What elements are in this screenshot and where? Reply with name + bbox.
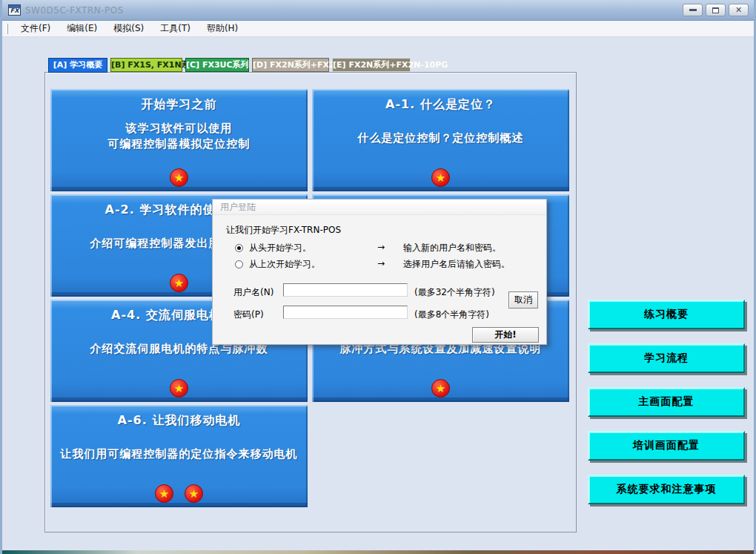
dialog-title: 用户登陆 <box>213 199 546 215</box>
menu-bar: 文件(F) 编辑(E) 模拟(S) 工具(T) 帮助(H) <box>2 21 754 37</box>
menu-file[interactable]: 文件(F) <box>13 21 59 36</box>
user-login-dialog: 用户登陆 让我们开始学习FX-TRN-POS 从头开始学习。 → 输入新的用户名… <box>212 199 547 345</box>
tab-a-overview[interactable]: [A] 学习概要 <box>48 58 107 73</box>
panel-title: A-1. 什么是定位？ <box>312 97 569 113</box>
username-note: (最多32个半角字符) <box>414 286 495 299</box>
side-button-system-requirements[interactable]: 系统要求和注意事项 <box>588 475 745 504</box>
password-note: (最多8个半角字符) <box>414 309 489 321</box>
fx-app-icon: FX <box>8 4 21 16</box>
arrow-icon: → <box>377 242 385 252</box>
radio-button-icon[interactable] <box>235 260 243 268</box>
password-label: 密码(P) <box>233 309 264 321</box>
star-icon: ★ <box>431 168 450 187</box>
radio-continue-from-last[interactable]: 从上次开始学习。 <box>235 258 320 271</box>
star-icon: ★ <box>170 379 188 398</box>
close-button[interactable]: ✕ <box>729 4 749 16</box>
cancel-button[interactable]: 取消 <box>508 291 538 309</box>
dialog-intro-text: 让我们开始学习FX-TRN-POS <box>226 224 341 237</box>
menu-tools[interactable]: 工具(T) <box>152 21 199 36</box>
lesson-panel-a6[interactable]: A-6. 让我们移动电机 让我们用可编程控制器的定位指令来移动电机 ★ ★ <box>50 405 308 507</box>
panel-title: 开始学习之前 <box>50 97 308 113</box>
star-icon: ★ <box>431 379 450 398</box>
panel-body: 什么是定位控制？定位控制概述 <box>312 131 569 146</box>
tab-c-fx3uc[interactable]: [C] FX3UC系列 <box>185 58 249 72</box>
title-bar: FX SW0D5C-FXTRN-POS ✕ <box>2 0 754 21</box>
close-icon: ✕ <box>735 6 742 14</box>
side-button-main-screen-config[interactable]: 主画面配置 <box>588 387 745 417</box>
arrow-icon: → <box>377 258 385 268</box>
radio-label: 从头开始学习。 <box>249 242 311 254</box>
password-input[interactable] <box>283 306 408 319</box>
menu-simulate[interactable]: 模拟(S) <box>105 21 152 36</box>
side-button-learning-flow[interactable]: 学习流程 <box>588 343 745 373</box>
restore-button[interactable] <box>706 4 726 16</box>
option-hint: 输入新的用户名和密码。 <box>403 242 501 254</box>
menu-edit[interactable]: 编辑(E) <box>59 21 105 36</box>
tab-b-fx1s-fx1n[interactable]: [B] FX1S, FX1N系列 <box>110 58 182 72</box>
app-window: FX SW0D5C-FXTRN-POS ✕ 文件(F) 编辑(E) 模拟(S) … <box>0 0 756 554</box>
menu-help[interactable]: 帮助(H) <box>199 21 246 36</box>
star-icon: ★ <box>170 168 188 187</box>
side-button-training-screen-config[interactable]: 培训画面配置 <box>588 431 745 461</box>
side-button-exercise-overview[interactable]: 练习概要 <box>588 300 745 329</box>
radio-start-from-beginning[interactable]: 从头开始学习。 <box>235 242 311 254</box>
lesson-panel-a1[interactable]: A-1. 什么是定位？ 什么是定位控制？定位控制概述 ★ <box>312 89 569 191</box>
username-input[interactable] <box>283 283 408 297</box>
panel-title: A-6. 让我们移动电机 <box>50 413 308 429</box>
tab-e-fx2n-10pg[interactable]: [E] FX2N系列+FX2N-10PG <box>332 58 411 72</box>
panel-body: 让我们用可编程控制器的定位指令来移动电机 <box>50 446 308 462</box>
lesson-panel-before-start[interactable]: 开始学习之前 该学习软件可以使用 可编程控制器模拟定位控制 ★ <box>50 89 308 191</box>
radio-button-icon[interactable] <box>235 244 243 252</box>
option-hint: 选择用户名后请输入密码。 <box>403 258 510 271</box>
restore-icon <box>712 7 719 13</box>
start-button[interactable]: 开始! <box>472 327 539 343</box>
minimize-button[interactable] <box>683 4 703 16</box>
window-title: SW0D5C-FXTRN-POS <box>25 5 124 16</box>
panel-body: 该学习软件可以使用 可编程控制器模拟定位控制 <box>50 121 308 152</box>
star-icon: ★ <box>155 484 173 503</box>
toolbar-grip <box>6 24 8 34</box>
desktop-edge <box>2 550 754 554</box>
star-icon: ★ <box>185 484 203 503</box>
tab-d-fx2n-1pg[interactable]: [D] FX2N系列+FX2N-1PG <box>252 58 329 72</box>
username-label: 用户名(N) <box>233 286 273 299</box>
star-icon: ★ <box>170 274 188 292</box>
minimize-icon <box>689 9 697 11</box>
radio-label: 从上次开始学习。 <box>249 258 320 271</box>
